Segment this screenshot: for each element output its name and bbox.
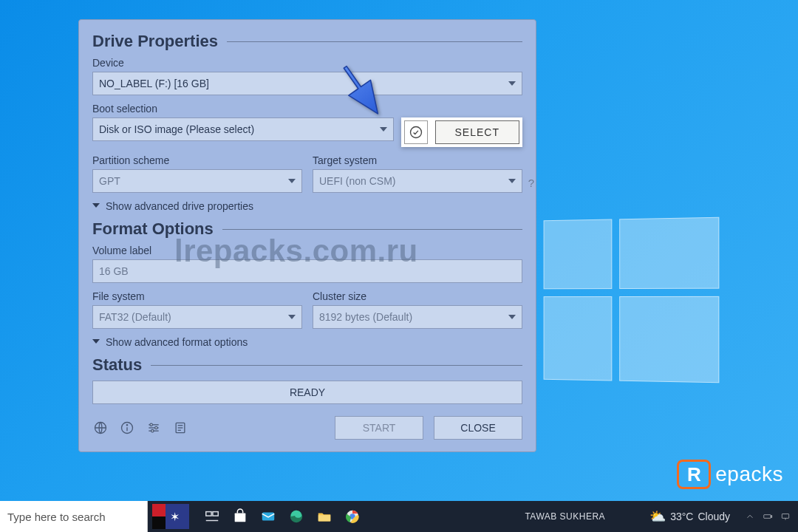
taskbar-tray[interactable] xyxy=(745,511,791,522)
taskbar-search-input[interactable]: Type here to search xyxy=(0,501,148,532)
svg-rect-19 xyxy=(262,513,275,521)
repacks-logo: R epacks xyxy=(677,460,783,489)
divider xyxy=(222,229,522,230)
drive-properties-header: Drive Properties xyxy=(92,32,522,51)
explorer-button[interactable] xyxy=(315,507,334,526)
svg-rect-18 xyxy=(235,513,246,522)
repacks-badge: R xyxy=(677,460,711,489)
volume-label-label: Volume label xyxy=(92,245,522,256)
target-system-value: UEFI (non CSM) xyxy=(319,175,395,187)
target-system-label: Target system xyxy=(313,154,522,166)
settings-button[interactable] xyxy=(146,420,162,436)
network-icon xyxy=(780,511,791,522)
rufus-dialog: Drive Properties Device NO_LABEL (F:) [1… xyxy=(78,19,536,452)
advanced-format-expander[interactable]: Show advanced format options xyxy=(92,336,522,348)
store-icon xyxy=(232,508,248,525)
svg-rect-24 xyxy=(764,515,771,519)
folder-icon xyxy=(316,508,332,525)
chevron-up-icon xyxy=(745,511,755,522)
info-icon xyxy=(120,420,134,435)
device-select[interactable]: NO_LABEL (F:) [16 GB] xyxy=(92,72,522,95)
document-icon xyxy=(173,420,188,435)
mail-button[interactable] xyxy=(259,507,278,526)
log-button[interactable] xyxy=(172,420,188,436)
sliders-icon xyxy=(146,420,161,435)
chevron-down-icon xyxy=(380,126,387,133)
svg-point-4 xyxy=(126,425,127,426)
task-view-button[interactable] xyxy=(202,507,222,526)
select-highlight: SELECT xyxy=(401,117,522,147)
status-title: Status xyxy=(92,355,142,375)
check-iso-button[interactable] xyxy=(404,120,428,144)
boot-selection-select[interactable]: Disk or ISO image (Please select) xyxy=(92,117,394,141)
taskbar-weather[interactable]: ⛅ 33°C Cloudy xyxy=(649,508,730,525)
partition-scheme-label: Partition scheme xyxy=(92,154,302,166)
chrome-button[interactable] xyxy=(343,507,362,526)
search-placeholder: Type here to search xyxy=(7,511,106,523)
chevron-down-icon xyxy=(508,177,516,185)
drive-properties-title: Drive Properties xyxy=(92,32,218,51)
device-value: NO_LABEL (F:) [16 GB] xyxy=(99,78,209,89)
chevron-down-icon xyxy=(92,338,100,346)
divider xyxy=(151,365,522,366)
file-system-value: FAT32 (Default) xyxy=(99,311,171,323)
globe-icon xyxy=(93,420,108,435)
advanced-drive-expander[interactable]: Show advanced drive properties xyxy=(92,200,522,212)
task-view-icon xyxy=(204,508,220,525)
start-button[interactable]: START xyxy=(335,416,423,440)
check-circle-icon xyxy=(409,125,423,140)
mail-icon xyxy=(260,508,276,525)
about-button[interactable] xyxy=(119,420,135,436)
taskbar-user-label: TAWAB SUKHERA xyxy=(525,511,605,522)
device-label: Device xyxy=(92,57,522,69)
chevron-down-icon xyxy=(92,202,100,210)
advanced-format-label: Show advanced format options xyxy=(106,336,248,348)
edge-button[interactable] xyxy=(287,507,306,526)
format-options-header: Format Options xyxy=(92,219,522,239)
windows-logo-wallpaper xyxy=(544,217,720,383)
boot-selection-value: Disk or ISO image (Please select) xyxy=(99,123,254,135)
chevron-down-icon xyxy=(508,313,516,321)
svg-point-10 xyxy=(151,430,154,432)
boot-selection-label: Boot selection xyxy=(92,103,522,115)
advanced-drive-label: Show advanced drive properties xyxy=(106,200,253,212)
svg-rect-16 xyxy=(213,512,218,516)
select-button[interactable]: SELECT xyxy=(435,120,519,144)
repacks-word: epacks xyxy=(715,463,783,486)
cluster-size-label: Cluster size xyxy=(313,290,522,302)
close-button[interactable]: CLOSE xyxy=(434,416,522,440)
store-button[interactable] xyxy=(231,507,250,526)
partition-scheme-select[interactable]: GPT xyxy=(92,169,302,193)
target-help-icon[interactable]: ? xyxy=(528,177,534,189)
status-value: READY xyxy=(290,386,325,398)
partition-scheme-value: GPT xyxy=(99,175,120,187)
status-bar: READY xyxy=(92,381,522,404)
svg-rect-25 xyxy=(771,516,772,517)
volume-label-value: 16 GB xyxy=(99,265,129,277)
chevron-down-icon xyxy=(288,177,296,185)
svg-point-9 xyxy=(155,426,157,429)
file-system-label: File system xyxy=(92,290,302,302)
battery-icon xyxy=(763,511,773,522)
weather-cond: Cloudy xyxy=(698,511,730,522)
divider xyxy=(227,41,522,42)
svg-rect-15 xyxy=(206,512,211,516)
cluster-size-select[interactable]: 8192 bytes (Default) xyxy=(313,305,522,329)
file-system-select[interactable]: FAT32 (Default) xyxy=(92,305,302,329)
volume-label-input[interactable]: 16 GB xyxy=(92,259,522,283)
svg-point-8 xyxy=(150,423,152,426)
weather-temp: 33°C xyxy=(670,511,693,522)
taskbar: Type here to search ✶ TAWAB SUKHERA ⛅ 33… xyxy=(0,501,798,532)
language-button[interactable] xyxy=(92,420,109,436)
svg-rect-21 xyxy=(318,515,331,521)
chrome-icon xyxy=(344,508,361,525)
taskbar-flag-icon[interactable]: ✶ xyxy=(152,504,189,529)
svg-rect-26 xyxy=(782,514,788,519)
cluster-size-value: 8192 bytes (Default) xyxy=(319,311,412,323)
weather-icon: ⛅ xyxy=(649,508,666,525)
chevron-down-icon xyxy=(508,80,516,87)
chevron-down-icon xyxy=(288,313,296,321)
target-system-select[interactable]: UEFI (non CSM) xyxy=(313,169,522,193)
svg-point-0 xyxy=(410,127,421,138)
status-header: Status xyxy=(92,355,522,375)
